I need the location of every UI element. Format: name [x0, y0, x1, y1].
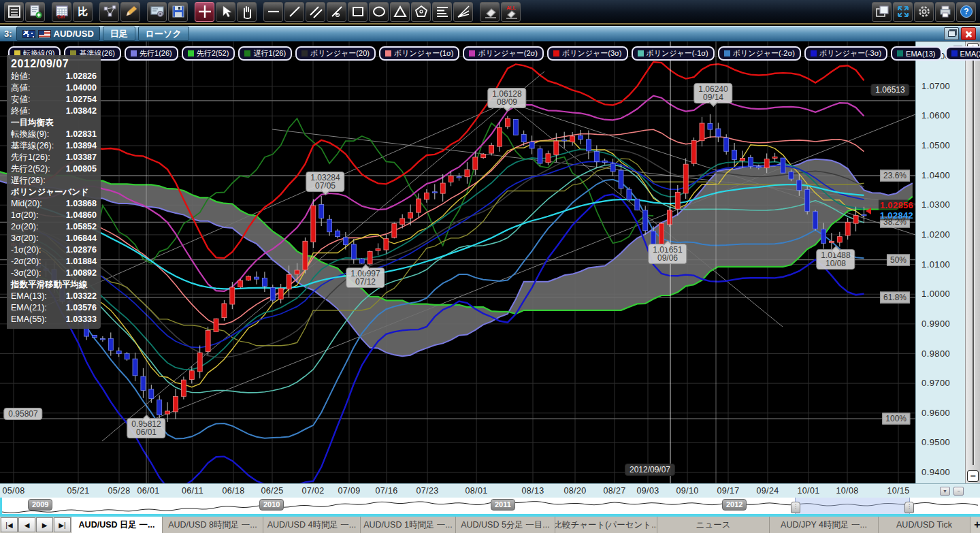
- hand-pan-button[interactable]: [237, 2, 257, 22]
- pentagon-tool-button[interactable]: [411, 2, 431, 22]
- vertical-scrollbar[interactable]: + −: [965, 42, 980, 483]
- price-tick-label: 1.0000: [921, 289, 950, 299]
- parallel-lines-tool-button[interactable]: [306, 2, 325, 22]
- timeline-handle-left[interactable]: ⋮: [791, 502, 800, 513]
- panel-row-label: 遅行(26):: [11, 175, 46, 187]
- crosshair-tool-button[interactable]: [195, 2, 214, 22]
- nav-next-button[interactable]: ▶: [36, 517, 53, 532]
- chart-tab-7[interactable]: ニュース: [657, 517, 770, 533]
- date-tick-label: 08/20: [564, 486, 587, 496]
- eraser-all-button[interactable]: ALL: [501, 2, 521, 22]
- date-axis[interactable]: ▼ − 05/0805/2105/2806/0106/1106/1806/250…: [0, 483, 980, 498]
- nav-last-button[interactable]: ▶|: [54, 517, 71, 532]
- panel-row: EMA(13):1.03322: [11, 291, 97, 302]
- price-tick-label: 1.0200: [921, 229, 950, 240]
- eraser-button[interactable]: [480, 2, 500, 22]
- legend-pill-ema21[interactable]: EMA(21): [945, 46, 980, 61]
- new-report-button[interactable]: [25, 2, 45, 22]
- account-list-button[interactable]: [4, 2, 24, 22]
- chart-tab-9[interactable]: AUD/USD Tick: [879, 517, 970, 533]
- date-tick-label: 05/08: [3, 486, 25, 496]
- date-tick-label: 06/25: [261, 486, 284, 496]
- triangle-tool-button[interactable]: [390, 2, 410, 22]
- timeline-handle-right[interactable]: ⋮: [904, 502, 914, 513]
- close-window-button[interactable]: [961, 27, 976, 40]
- panel-row: EMA(55):1.03333: [11, 314, 97, 325]
- nav-first-button[interactable]: |◀: [1, 517, 18, 532]
- price-tick-label: 0.9700: [921, 378, 950, 388]
- chart-tab-2[interactable]: AUD/USD 8時間足 一...: [163, 517, 263, 533]
- scrollbar-track[interactable]: [973, 59, 975, 465]
- chart-tab-1[interactable]: AUD/USD 日足 一...: [71, 517, 163, 533]
- window-layout-button[interactable]: [872, 2, 892, 22]
- timeline-selection[interactable]: [795, 498, 910, 515]
- calendar-button[interactable]: Cal: [52, 2, 71, 22]
- zoom-out-button[interactable]: −: [967, 470, 979, 482]
- board-settings-button[interactable]: [147, 2, 167, 22]
- fullscreen-button[interactable]: [893, 2, 913, 22]
- print-button[interactable]: [935, 2, 955, 22]
- indicator-settings-button[interactable]: [99, 2, 119, 22]
- help-button[interactable]: ?: [956, 2, 976, 22]
- cursor-tool-button[interactable]: [216, 2, 235, 22]
- chart-type-button[interactable]: ローソク: [138, 27, 189, 41]
- fibonacci-retracement-tool-button[interactable]: [432, 2, 452, 22]
- legend-label: ボリンジャー(-2σ): [733, 48, 795, 59]
- draw-pencil-button[interactable]: [120, 2, 140, 22]
- date-tick-label: 07/23: [416, 486, 439, 496]
- add-tab-button[interactable]: +: [970, 517, 980, 533]
- panel-row: 高値:1.04000: [11, 82, 97, 94]
- chart-tab-3[interactable]: AUD/USD 4時間足 一...: [263, 517, 361, 533]
- legend-pill-bb3[interactable]: ボリンジャー(3σ): [547, 46, 628, 61]
- legend-color-swatch: [244, 50, 250, 56]
- chart-window-titlebar[interactable]: 3: AUD/USD 日足 ローソク: [0, 26, 980, 42]
- panel-row: -3σ(20):1.00892: [11, 268, 97, 279]
- chart-tab-5[interactable]: AUD/USD 5分足 一目...: [456, 517, 555, 533]
- legend-pill-bbm1[interactable]: ボリンジャー(-1σ): [632, 46, 715, 61]
- symbol-button[interactable]: AUD/USD: [16, 27, 100, 41]
- price-axis[interactable]: 1.08001.07001.06001.05001.04001.03001.02…: [915, 42, 966, 483]
- legend-pill-bb1[interactable]: ボリンジャー(1σ): [379, 46, 460, 61]
- legend-color-swatch: [638, 50, 644, 56]
- panel-row: Mid(20):1.03868: [11, 198, 97, 210]
- legend-pill-bb2[interactable]: ボリンジャー(2σ): [463, 46, 544, 61]
- rectangle-tool-button[interactable]: [348, 2, 368, 22]
- chart-tab-4[interactable]: AUD/USD 1時間足 一...: [361, 517, 456, 533]
- collapse-timeline-button[interactable]: −: [953, 487, 964, 496]
- panel-row-label: 安値:: [11, 94, 30, 106]
- legend-pill-bbmid[interactable]: ボリンジャー(20): [295, 46, 376, 61]
- fibonacci-fan-tool-button[interactable]: [453, 2, 473, 22]
- svg-text:?: ?: [964, 7, 968, 16]
- panel-row-label: EMA(21):: [11, 302, 47, 314]
- compare-button[interactable]: 比: [73, 2, 93, 22]
- panel-row: -1σ(20):1.02876: [11, 244, 97, 256]
- panel-row: EMA(21):1.03576: [11, 302, 97, 314]
- nav-prev-button[interactable]: ◀: [18, 517, 35, 532]
- save-button[interactable]: [168, 2, 188, 22]
- settings-gear-button[interactable]: [914, 2, 934, 22]
- price-chart-plot[interactable]: [0, 42, 915, 483]
- legend-pill-senkou2[interactable]: 先行2(52): [182, 46, 235, 61]
- legend-pill-ema13[interactable]: EMA(13): [891, 46, 941, 61]
- chart-tab-8[interactable]: AUD/JPY 4時間足 一...: [770, 517, 879, 533]
- history-timeline[interactable]: ⋮ ⋮ 2009201020112012: [0, 498, 980, 515]
- legend-pill-chikou[interactable]: 遅行1(26): [238, 46, 292, 61]
- legend-pill-bbm2[interactable]: ボリンジャー(-2σ): [718, 46, 801, 61]
- restore-window-button[interactable]: [944, 27, 959, 40]
- panel-row: 終値:1.03842: [11, 106, 97, 117]
- panel-row-label: EMA(13):: [11, 291, 47, 302]
- scroll-down-button[interactable]: ▼: [940, 487, 950, 496]
- chart-tab-6[interactable]: 比較チャート(パーセント...: [555, 517, 657, 533]
- trend-line-tool-button[interactable]: [284, 2, 304, 22]
- panel-row: 基準線(26):1.03894: [11, 140, 97, 152]
- horizontal-line-tool-button[interactable]: [263, 2, 283, 22]
- timeframe-button[interactable]: 日足: [103, 27, 135, 41]
- angle-line-tool-button[interactable]: [327, 2, 346, 22]
- legend-color-swatch: [385, 50, 391, 56]
- ellipse-tool-button[interactable]: [369, 2, 389, 22]
- account-list-icon: [7, 4, 22, 19]
- legend-pill-senkou1[interactable]: 先行1(26): [125, 46, 178, 61]
- legend-pill-bbm3[interactable]: ボリンジャー(-3σ): [804, 46, 887, 61]
- ellipse-icon: [372, 4, 387, 19]
- date-tick-label: 09/10: [676, 486, 699, 496]
